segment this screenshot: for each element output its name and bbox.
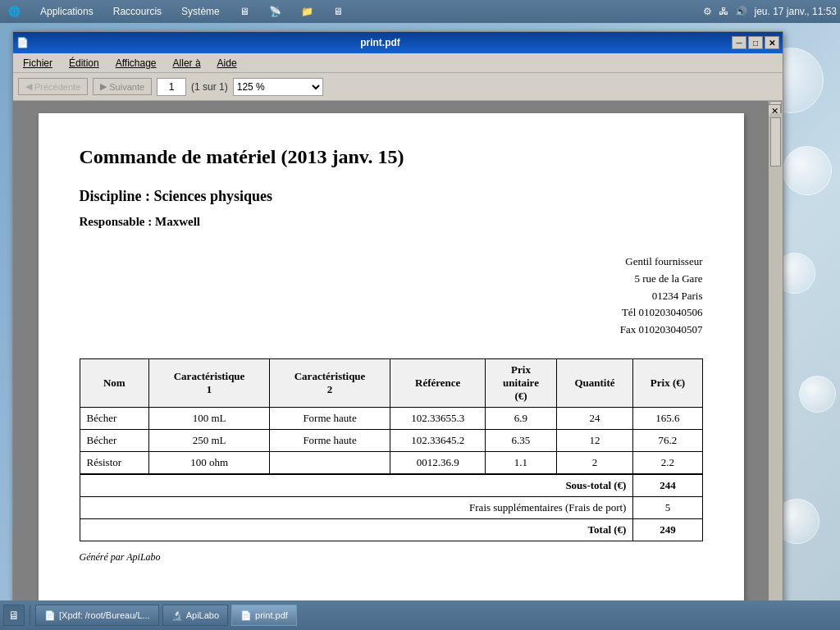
- content-area: Commande de matériel (2013 janv. 15) Dis…: [13, 101, 783, 600]
- col-nom: Nom: [80, 358, 149, 407]
- cell-nom: Résistor: [80, 451, 149, 474]
- cell-prix-unit: 6.35: [486, 429, 556, 451]
- top-taskbar: 🌐 Applications Raccourcis Système 🖥 📡 📁 …: [0, 0, 840, 23]
- window-icon: 📄: [16, 37, 29, 48]
- subtotal-label: Sous-total (€): [80, 474, 633, 497]
- start-button[interactable]: 🖥: [3, 605, 25, 626]
- next-arrow-icon: ▶: [100, 81, 107, 92]
- scroll-track[interactable]: [769, 113, 782, 600]
- cell-ref: 102.33645.2: [390, 429, 486, 451]
- term-icon: 🖥: [328, 4, 348, 19]
- pdf-footer: Généré par ApiLabo: [80, 551, 703, 564]
- supplier-name: Gentil fournisseur: [80, 253, 703, 271]
- cell-ref: 0012.36.9: [390, 451, 486, 474]
- taskbar-pdf-button[interactable]: 📄 print.pdf: [231, 605, 297, 626]
- cell-nom: Bécher: [80, 407, 149, 429]
- datetime-label: jeu. 17 janv., 11:53: [754, 6, 837, 17]
- taskbar-pdf-icon: 📄: [240, 610, 252, 621]
- taskbar-separator: [30, 605, 30, 625]
- folder-icon: 📁: [296, 4, 318, 19]
- cell-prix: 165.6: [633, 407, 702, 429]
- pdf-window: 📄 print.pdf ─ □ ✕ Fichier Édition Affich…: [12, 31, 783, 600]
- minimize-button[interactable]: ─: [732, 36, 746, 49]
- menu-edition[interactable]: Édition: [62, 56, 106, 71]
- shortcuts-menu[interactable]: Raccourcis: [108, 4, 167, 19]
- top-taskbar-right: ⚙ 🖧 🔊 jeu. 17 janv., 11:53: [703, 6, 837, 17]
- page-info: (1 sur 1): [191, 81, 228, 93]
- prev-button[interactable]: ◀ Précédente: [18, 78, 88, 95]
- frais-label: Frais supplémentaires (Frais de port): [80, 496, 633, 518]
- taskbar-apilabo-button[interactable]: 🔬 ApiLabo: [162, 605, 228, 626]
- cell-prix-unit: 1.1: [486, 451, 556, 474]
- col-carac2: Caractéristique2: [270, 358, 390, 407]
- close-button[interactable]: ✕: [765, 36, 779, 49]
- prev-label: Précédente: [34, 82, 80, 92]
- col-prix-unit: Prixunitaire(€): [486, 358, 556, 407]
- cell-carac1: 100 mL: [149, 407, 270, 429]
- cell-ref: 102.33655.3: [390, 407, 486, 429]
- menu-affichage[interactable]: Affichage: [109, 56, 163, 71]
- cell-prix-unit: 6.9: [486, 407, 556, 429]
- top-taskbar-left: 🌐 Applications Raccourcis Système 🖥 📡 📁 …: [3, 4, 348, 19]
- supplier-city: 01234 Paris: [80, 288, 703, 305]
- desktop: 📄 print.pdf ─ □ ✕ Fichier Édition Affich…: [0, 23, 840, 600]
- applications-menu[interactable]: Applications: [35, 4, 98, 19]
- page-input[interactable]: [157, 78, 186, 96]
- monitor-icon: 🖥: [235, 4, 254, 19]
- pdf-page: Commande de matériel (2013 janv. 15) Dis…: [39, 113, 744, 600]
- menubar: Fichier Édition Affichage Aller à Aide: [13, 53, 783, 73]
- supplier-tel: Tél 010203040506: [80, 304, 703, 322]
- next-label: Suivante: [109, 82, 144, 92]
- taskbar-xpdf-button[interactable]: 📄 [Xpdf: /root/Bureau/L...: [35, 605, 159, 626]
- menu-fichier[interactable]: Fichier: [16, 56, 59, 71]
- bubble-deco: [799, 376, 836, 413]
- pdf-title: Commande de matériel (2013 janv. 15): [80, 146, 703, 168]
- col-ref: Référence: [390, 358, 486, 407]
- table-row: Bécher 250 mL Forme haute 102.33645.2 6.…: [80, 429, 702, 451]
- settings-icon: ⚙: [703, 6, 712, 17]
- globe-icon: 🌐: [3, 4, 25, 19]
- menu-aller-a[interactable]: Aller à: [167, 56, 208, 71]
- scroll-thumb[interactable]: [770, 117, 781, 167]
- prev-arrow-icon: ◀: [25, 81, 32, 92]
- supplier-address: 5 rue de la Gare: [80, 271, 703, 288]
- vertical-scrollbar[interactable]: ▲ ▼: [769, 101, 783, 600]
- cell-carac1: 250 mL: [149, 429, 270, 451]
- system-menu[interactable]: Système: [176, 4, 225, 19]
- total-value: 249: [633, 518, 702, 541]
- window-titlebar: 📄 print.pdf ─ □ ✕: [13, 32, 783, 53]
- pdf-supplier: Gentil fournisseur 5 rue de la Gare 0123…: [80, 253, 703, 339]
- next-button[interactable]: ▶ Suivante: [93, 78, 152, 95]
- cell-prix: 2.2: [633, 451, 702, 474]
- zoom-select[interactable]: 125 %: [233, 78, 323, 96]
- col-carac1: Caractéristique1: [149, 358, 270, 407]
- maximize-button[interactable]: □: [748, 36, 763, 49]
- order-table: Nom Caractéristique1 Caractéristique2 Ré…: [80, 358, 703, 541]
- cell-carac1: 100 ohm: [149, 451, 270, 474]
- volume-icon: 🔊: [735, 6, 747, 17]
- cell-quantite: 24: [556, 407, 633, 429]
- bottom-taskbar: 🖥 📄 [Xpdf: /root/Bureau/L... 🔬 ApiLabo 📄…: [0, 600, 840, 630]
- total-row: Total (€) 249: [80, 518, 702, 541]
- pdf-responsable: Responsable : Maxwell: [80, 215, 703, 229]
- subtotal-value: 244: [633, 474, 702, 497]
- cell-quantite: 12: [556, 429, 633, 451]
- taskbar-pdf-label: print.pdf: [255, 610, 288, 620]
- supplier-fax: Fax 010203040507: [80, 322, 703, 339]
- pdf-view[interactable]: Commande de matériel (2013 janv. 15) Dis…: [13, 101, 769, 600]
- network-status-icon: 🖧: [719, 6, 728, 17]
- menu-aide[interactable]: Aide: [211, 56, 244, 71]
- subtotal-row: Sous-total (€) 244: [80, 474, 702, 497]
- taskbar-apilabo-icon: 🔬: [171, 610, 183, 621]
- taskbar-xpdf-icon: 📄: [44, 610, 56, 621]
- bubble-deco: [783, 146, 832, 195]
- table-row: Résistor 100 ohm 0012.36.9 1.1 2 2.2: [80, 451, 702, 474]
- cell-carac2: Forme haute: [270, 407, 390, 429]
- col-quantite: Quantité: [556, 358, 633, 407]
- table-row: Bécher 100 mL Forme haute 102.33655.3 6.…: [80, 407, 702, 429]
- cell-quantite: 2: [556, 451, 633, 474]
- network-icon: 📡: [264, 4, 286, 19]
- frais-value: 5: [633, 496, 702, 518]
- taskbar-apilabo-label: ApiLabo: [186, 610, 219, 620]
- taskbar-xpdf-label: [Xpdf: /root/Bureau/L...: [59, 610, 150, 620]
